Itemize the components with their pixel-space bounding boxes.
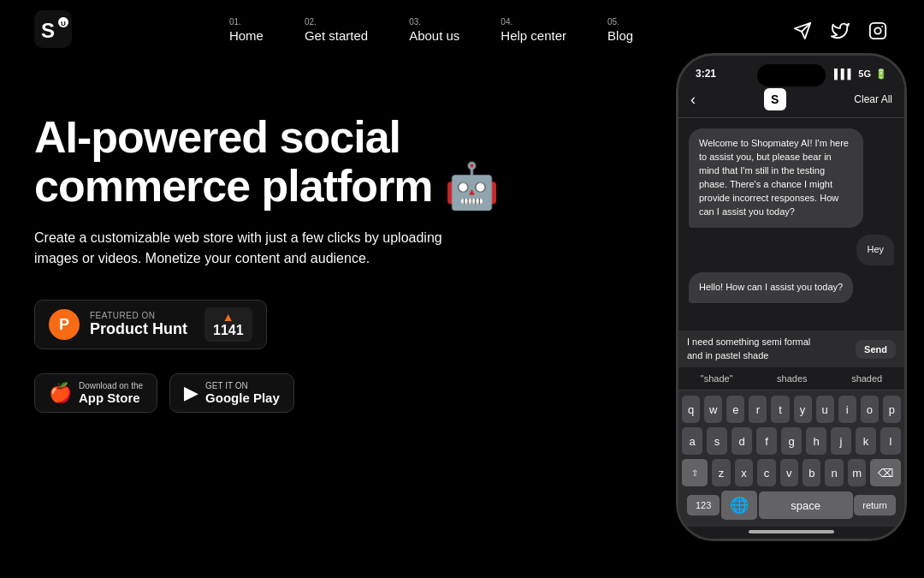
key-p[interactable]: p: [883, 396, 901, 423]
social-links: [791, 19, 890, 43]
dynamic-island: [757, 64, 826, 86]
key-c[interactable]: c: [757, 459, 775, 486]
key-space[interactable]: space: [759, 492, 853, 519]
key-h[interactable]: h: [806, 427, 826, 455]
nav-get-started[interactable]: 02. Get started: [305, 17, 368, 45]
key-d[interactable]: d: [732, 427, 752, 455]
app-store-button[interactable]: 🍎 Download on the App Store: [34, 373, 157, 413]
instagram-icon[interactable]: [866, 19, 890, 43]
signal-bars: ▌▌▌: [834, 69, 854, 79]
store-buttons: 🍎 Download on the App Store ▶ GET IT ON …: [34, 373, 530, 413]
apple-icon: 🍎: [49, 384, 72, 402]
app-logo-small: S: [764, 88, 786, 110]
key-m[interactable]: m: [848, 459, 866, 486]
google-play-icon: ▶: [184, 384, 198, 402]
key-s[interactable]: s: [707, 427, 727, 455]
keyboard-row-3: ⇧ z x c v b n m ⌫: [682, 459, 901, 486]
logo[interactable]: S U: [34, 10, 72, 51]
key-123[interactable]: 123: [687, 495, 720, 515]
keyboard-row-1: q w e r t y u i o p: [682, 396, 901, 423]
hero-subtitle: Create a customizable web store with jus…: [34, 228, 445, 269]
key-x[interactable]: x: [735, 459, 753, 486]
key-e[interactable]: e: [726, 396, 744, 423]
product-hunt-text: FEATURED ON Product Hunt: [90, 311, 187, 338]
phone-mockup: 3:21 ▌▌▌ 5G 🔋 ‹ S Clear All Welc: [676, 53, 907, 541]
key-return[interactable]: return: [854, 495, 896, 515]
key-delete[interactable]: ⌫: [870, 459, 901, 486]
chat-input-row: I need something semi formal and in past…: [678, 331, 904, 367]
key-z[interactable]: z: [712, 459, 730, 486]
key-b[interactable]: b: [803, 459, 820, 486]
send-button[interactable]: Send: [856, 340, 896, 359]
battery-icon: 🔋: [875, 69, 887, 80]
svg-point-6: [881, 26, 883, 27]
nav-home[interactable]: 01. Home: [229, 17, 264, 45]
status-right: ▌▌▌ 5G 🔋: [834, 69, 887, 80]
product-hunt-badge[interactable]: P FEATURED ON Product Hunt ▲ 1141: [34, 300, 267, 349]
svg-rect-4: [870, 23, 886, 39]
key-u[interactable]: u: [816, 396, 834, 423]
svg-text:U: U: [61, 20, 66, 27]
keyboard-bottom-row: 123 🌐 space return: [682, 491, 901, 520]
nav-blog[interactable]: 05. Blog: [607, 17, 633, 45]
keyboard-row-2: a s d f g h j k l: [682, 427, 901, 455]
nav-help-center[interactable]: 04. Help center: [500, 17, 566, 45]
key-v[interactable]: v: [780, 459, 798, 486]
key-l[interactable]: l: [880, 427, 901, 455]
clear-all-button[interactable]: Clear All: [854, 93, 892, 105]
svg-text:S: S: [41, 19, 55, 42]
key-k[interactable]: k: [856, 427, 876, 455]
key-j[interactable]: j: [831, 427, 851, 455]
chat-area: Welcome to Shopmatey AI! I'm here to ass…: [678, 118, 904, 331]
autocomplete-row: "shade" shades shaded: [678, 367, 904, 390]
key-t[interactable]: t: [771, 396, 789, 423]
chat-message-1: Welcome to Shopmatey AI! I'm here to ass…: [689, 128, 863, 228]
product-hunt-count: ▲ 1141: [204, 307, 252, 342]
chat-message-2: Hey: [856, 235, 894, 265]
chat-message-3: Hello! How can I assist you today?: [689, 272, 853, 303]
key-w[interactable]: w: [704, 396, 722, 423]
google-play-button[interactable]: ▶ GET IT ON Google Play: [169, 373, 294, 413]
key-f[interactable]: f: [756, 427, 777, 455]
key-o[interactable]: o: [861, 396, 879, 423]
time: 3:21: [696, 68, 716, 80]
product-hunt-icon: P: [49, 309, 80, 340]
network-type: 5G: [858, 69, 871, 79]
key-g[interactable]: g: [781, 427, 802, 455]
telegram-icon[interactable]: [791, 19, 814, 43]
back-button[interactable]: ‹: [690, 91, 696, 109]
phone-frame: 3:21 ▌▌▌ 5G 🔋 ‹ S Clear All Welc: [676, 53, 907, 541]
keyboard: q w e r t y u i o p a s: [678, 390, 904, 527]
svg-point-5: [874, 27, 880, 33]
main-nav: 01. Home 02. Get started 03. About us 04…: [229, 17, 633, 45]
home-bar: [749, 530, 834, 533]
nav-about-us[interactable]: 03. About us: [409, 17, 459, 45]
key-q[interactable]: q: [682, 396, 700, 423]
key-globe[interactable]: 🌐: [721, 491, 757, 520]
chat-input[interactable]: I need something semi formal and in past…: [687, 336, 849, 362]
autocomplete-2[interactable]: shades: [770, 372, 814, 385]
key-shift[interactable]: ⇧: [682, 459, 708, 486]
key-i[interactable]: i: [838, 396, 856, 423]
home-indicator: [678, 527, 904, 539]
autocomplete-1[interactable]: "shade": [694, 372, 740, 385]
twitter-icon[interactable]: [828, 19, 852, 43]
hero-title: AI-powered social commerce platform 🤖: [34, 113, 530, 211]
app-header: ‹ S Clear All: [678, 83, 904, 118]
phone-screen: 3:21 ▌▌▌ 5G 🔋 ‹ S Clear All Welc: [678, 56, 904, 539]
key-y[interactable]: y: [794, 396, 812, 423]
key-a[interactable]: a: [682, 427, 702, 455]
hero-content: AI-powered social commerce platform 🤖 Cr…: [34, 87, 530, 413]
key-r[interactable]: r: [749, 396, 767, 423]
key-n[interactable]: n: [825, 459, 843, 486]
autocomplete-3[interactable]: shaded: [844, 372, 889, 385]
